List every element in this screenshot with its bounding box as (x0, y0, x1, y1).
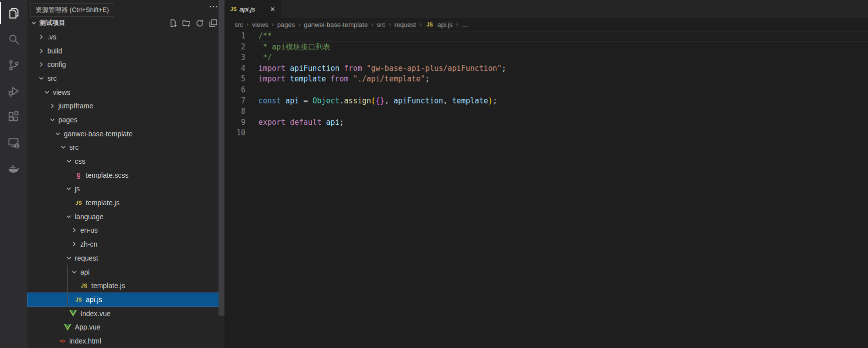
breadcrumb-item-request[interactable]: request (395, 21, 416, 28)
breadcrumb: src›views›pages›ganwei-base-template›src… (224, 18, 868, 31)
tree-item-src[interactable]: src (27, 141, 224, 155)
breadcrumb-item-views[interactable]: views (252, 21, 268, 28)
code-line-text: import template from "./api/template"; (245, 74, 430, 85)
code-line-6[interactable]: 6 (224, 85, 868, 96)
code-line-text (245, 128, 258, 139)
explorer-toolbar (169, 16, 217, 30)
code-line-3[interactable]: 3 */ (224, 52, 868, 63)
tree-item-label: request (75, 254, 98, 262)
code-editor[interactable]: 1/**2 * api模块接口列表3 */4import apiFunction… (224, 31, 868, 139)
new-folder-button[interactable] (182, 19, 191, 27)
new-file-button[interactable] (169, 19, 177, 27)
tree-item-template.scss[interactable]: §template.scss (27, 168, 224, 182)
code-line-10[interactable]: 10 (224, 128, 868, 139)
vue-file-icon (68, 310, 78, 317)
code-line-5[interactable]: 5import template from "./api/template"; (224, 74, 868, 85)
breadcrumb-item-file[interactable]: JSapi.js (425, 21, 452, 28)
code-line-8[interactable]: 8 (224, 106, 868, 117)
code-line-7[interactable]: 7const api = Object.assign({}, apiFuncti… (224, 96, 868, 107)
tree-item-ganwei-base-template[interactable]: ganwei-base-template (27, 127, 224, 141)
activity-run-debug-icon[interactable] (0, 78, 27, 104)
breadcrumb-item-pages[interactable]: pages (277, 21, 295, 28)
tree-item-label: App.vue (75, 323, 100, 331)
activity-remote-explorer-icon[interactable] (0, 130, 27, 156)
tree-item-config[interactable]: config (27, 57, 224, 71)
close-icon[interactable]: ✕ (269, 5, 276, 13)
breadcrumb-separator: › (371, 21, 373, 28)
tree-item-label: language (75, 213, 104, 221)
tree-item-language[interactable]: language (27, 210, 224, 224)
tree-item-.vs[interactable]: .vs (27, 30, 224, 44)
breadcrumb-symbol-ellipsis[interactable]: … (461, 21, 468, 28)
tab-title: api.js (239, 5, 269, 13)
tree-item-src[interactable]: src (27, 71, 224, 85)
tree-item-index.html[interactable]: <>index.html (27, 334, 224, 348)
tree-item-api.js[interactable]: JSapi.js (27, 293, 224, 307)
tree-item-jumpIframe[interactable]: jumpIframe (27, 99, 224, 113)
breadcrumb-item-src[interactable]: src (377, 21, 385, 28)
refresh-button[interactable] (196, 19, 204, 27)
breadcrumb-separator: › (389, 21, 391, 28)
vue-file-icon (63, 324, 72, 331)
project-root-label: 测试项目 (39, 18, 65, 27)
editor-group: JS api.js ✕ src›views›pages›ganwei-base-… (224, 0, 868, 348)
tree-item-label: src (69, 143, 79, 151)
code-line-text: const api = Object.assign({}, apiFunctio… (245, 96, 497, 107)
code-line-4[interactable]: 4import apiFunction from "gw-base-api-pl… (224, 63, 868, 74)
chevron-down-icon (48, 116, 57, 124)
js-file-icon: JS (229, 6, 237, 12)
tree-item-label: config (47, 60, 66, 68)
tree-item-zh-cn[interactable]: zh-cn (27, 237, 224, 251)
activity-docker-icon[interactable] (0, 156, 27, 182)
tooltip-text: 资源管理器 (Ctrl+Shift+E) (35, 6, 109, 13)
activity-source-control-icon[interactable] (0, 52, 27, 78)
tree-item-label: jumpIframe (58, 102, 93, 110)
tree-item-en-us[interactable]: en-us (27, 224, 224, 238)
tree-item-template.js[interactable]: JStemplate.js (27, 279, 224, 293)
chevron-right-icon (37, 47, 46, 55)
chevron-down-icon (64, 213, 73, 221)
code-line-text: import apiFunction from "gw-base-api-plu… (245, 63, 506, 74)
tree-item-request[interactable]: request (27, 251, 224, 265)
breadcrumb-separator: › (456, 21, 458, 28)
breadcrumb-item-src[interactable]: src (234, 21, 243, 28)
breadcrumb-item-ganwei-base-template[interactable]: ganwei-base-template (304, 21, 368, 28)
js-file-icon: JS (425, 21, 434, 27)
code-line-2[interactable]: 2 * api模块接口列表 (224, 42, 868, 53)
line-number: 3 (224, 52, 245, 63)
code-line-1[interactable]: 1/** (224, 31, 868, 42)
collapse-all-button[interactable] (209, 19, 217, 27)
tree-item-label: template.js (91, 282, 125, 290)
tree-item-css[interactable]: css (27, 154, 224, 168)
tab-api-js[interactable]: JS api.js ✕ (224, 0, 281, 18)
chevron-down-icon (42, 88, 51, 96)
code-line-9[interactable]: 9export default api; (224, 117, 868, 128)
indent-guide (67, 265, 68, 279)
tree-item-api[interactable]: api (27, 265, 224, 279)
more-actions-button[interactable]: ⋯ (209, 1, 218, 12)
tree-item-pages[interactable]: pages (27, 113, 224, 127)
tree-item-views[interactable]: views (27, 85, 224, 99)
breadcrumb-separator: › (246, 21, 248, 28)
tree-item-label: en-us (80, 226, 98, 234)
explorer-section-header[interactable]: 测试项目 (27, 16, 224, 30)
tree-item-template.js[interactable]: JStemplate.js (27, 196, 224, 210)
scss-file-icon: § (74, 171, 83, 179)
tree-item-App.vue[interactable]: App.vue (27, 320, 224, 334)
sidebar-scrollbar[interactable] (218, 0, 224, 316)
chevron-down-icon (70, 268, 79, 276)
file-tree: .vsbuildconfigsrcviewsjumpIframepagesgan… (27, 30, 224, 348)
chevron-down-icon (29, 19, 38, 27)
tree-item-Index.vue[interactable]: Index.vue (27, 307, 224, 321)
activity-search-icon[interactable] (0, 26, 27, 52)
activity-explorer-icon[interactable] (0, 0, 27, 26)
tree-item-build[interactable]: build (27, 44, 224, 58)
explorer-tooltip: 资源管理器 (Ctrl+Shift+E) (30, 3, 114, 17)
chevron-right-icon (48, 102, 57, 110)
code-line-text: * api模块接口列表 (245, 42, 330, 53)
indent-guide (67, 279, 68, 293)
activity-extensions-icon[interactable] (0, 104, 27, 130)
tree-item-js[interactable]: js (27, 182, 224, 196)
tree-item-label: template.js (86, 199, 120, 207)
chevron-right-icon (70, 226, 79, 234)
